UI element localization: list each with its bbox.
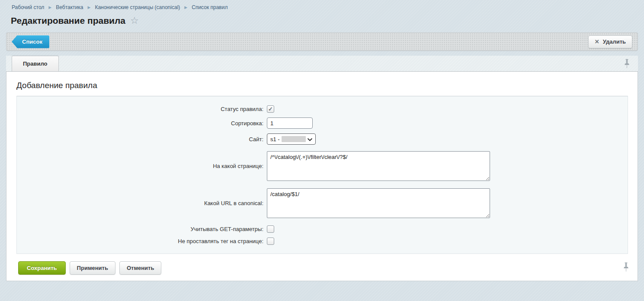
form-row-sort: Сортировка: [17, 117, 628, 129]
canonical-url-label: Какой URL в canonical: [17, 200, 263, 206]
site-select[interactable]: s1 - [267, 133, 316, 145]
tab-strip: Правило [6, 56, 638, 72]
chevron-down-icon [308, 136, 312, 143]
pin-icon[interactable] [624, 59, 630, 70]
status-label: Статус правила: [17, 106, 263, 112]
delete-button-label: Удалить [603, 38, 626, 45]
no-tag-checkbox[interactable] [267, 238, 274, 245]
breadcrumb-arrow-icon: ▶ [87, 5, 90, 10]
get-params-label: Учитывать GET-параметры: [17, 226, 263, 232]
save-button[interactable]: Сохранить [18, 261, 66, 275]
pin-icon[interactable] [623, 262, 629, 274]
page-pattern-label: На какой странице: [17, 163, 263, 169]
back-to-list-button[interactable]: Список [12, 35, 49, 48]
toolbar: Список ✕ Удалить [6, 32, 638, 51]
page-title: Редактирование правила [11, 16, 125, 26]
form-row-canonical-url: Какой URL в canonical: /catalog/$1/ [17, 188, 628, 218]
apply-button[interactable]: Применить [70, 261, 115, 275]
breadcrumb: Рабочий стол ▶ Вебтактика ▶ Канонические… [0, 0, 644, 10]
status-checkbox[interactable]: ✓ [267, 105, 274, 113]
get-params-checkbox[interactable] [267, 225, 274, 233]
breadcrumb-arrow-icon: ▶ [184, 5, 187, 10]
breadcrumb-item-canonical-pages[interactable]: Канонические страницы (canonical) [95, 4, 180, 10]
tab-rule[interactable]: Правило [12, 56, 59, 71]
footer-buttons: Сохранить Применить Отменить [18, 261, 638, 275]
canonical-url-textarea[interactable]: /catalog/$1/ [267, 188, 490, 218]
redacted-site-name [282, 136, 306, 142]
form-row-status: Статус правила: ✓ [17, 105, 628, 113]
breadcrumb-item-desktop[interactable]: Рабочий стол [12, 4, 44, 10]
site-select-value: s1 - [270, 136, 280, 143]
cancel-button[interactable]: Отменить [119, 261, 162, 275]
content-panel: Добавление правила Статус правила: ✓ Сор… [6, 72, 638, 281]
form-box: Статус правила: ✓ Сортировка: Сайт: s1 - [16, 96, 628, 254]
form-row-page-pattern: На какой странице: /^\/catalog\/(.+)\/fi… [17, 151, 628, 181]
close-icon: ✕ [595, 38, 599, 45]
form-heading: Добавление правила [6, 72, 638, 90]
sort-input[interactable] [267, 117, 313, 129]
form-row-no-tag: Не проставлять тег на странице: [17, 238, 628, 245]
page: Рабочий стол ▶ Вебтактика ▶ Канонические… [0, 0, 644, 301]
title-row: Редактирование правила ☆ [11, 16, 644, 26]
favorite-star-icon[interactable]: ☆ [130, 16, 139, 25]
delete-button[interactable]: ✕ Удалить [588, 35, 632, 48]
breadcrumb-arrow-icon: ▶ [48, 5, 51, 10]
breadcrumb-item-rule-list[interactable]: Список правил [192, 4, 227, 10]
breadcrumb-item-webtactics[interactable]: Вебтактика [56, 4, 83, 10]
sort-label: Сортировка: [17, 120, 263, 127]
site-label: Сайт: [17, 136, 263, 143]
page-pattern-textarea[interactable]: /^\/catalog\/(.+)\/filter\/clear\/?$/ [267, 151, 490, 181]
form-row-get-params: Учитывать GET-параметры: [17, 225, 628, 233]
no-tag-label: Не проставлять тег на странице: [17, 238, 263, 244]
form-row-site: Сайт: s1 - [17, 133, 628, 145]
